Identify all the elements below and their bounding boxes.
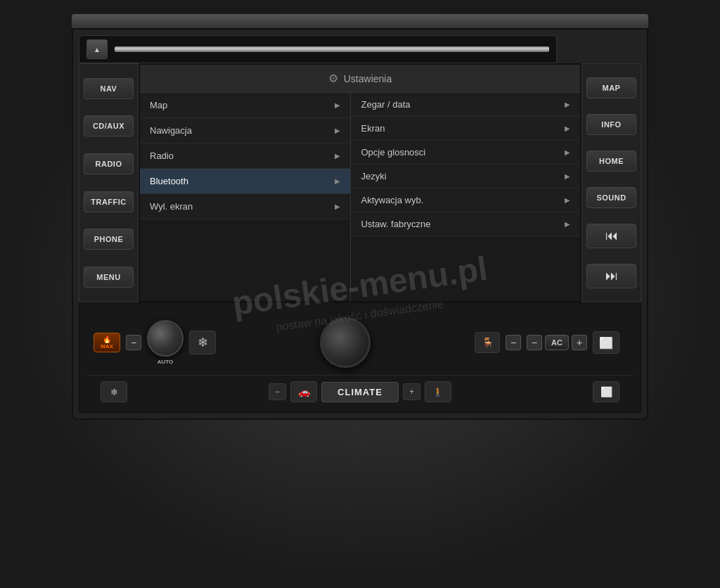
screen-title: ⚙ Ustawienia — [140, 72, 580, 85]
menu-item-jezyki[interactable]: Jezyki ▶ — [351, 165, 580, 188]
fan-bottom-icon[interactable]: ❄ — [101, 381, 127, 402]
menu-item-radio[interactable]: Radio ▶ — [140, 143, 350, 169]
settings-icon: ⚙ — [328, 72, 338, 85]
menu-item-bluetooth-label: Bluetooth — [150, 176, 188, 186]
menu-item-ustaw-label: Ustaw. fabryczne — [361, 219, 430, 229]
menu-item-ustaw-fabryczne[interactable]: Ustaw. fabryczne ▶ — [351, 212, 580, 236]
plus-center-button[interactable]: + — [403, 383, 420, 400]
rear-defrost-button[interactable]: ⬜ — [593, 331, 619, 354]
unit-body: ▲ NAV CD/AUX RADIO TRAFFIC PHONE MENU ⚙ … — [72, 28, 648, 420]
car-vent-icon[interactable]: 🚗 — [290, 381, 317, 402]
traffic-button[interactable]: TRAFFIC — [84, 191, 134, 212]
seat-heat-right-button[interactable]: 🪑 — [475, 332, 500, 353]
menu-arrow-radio: ▶ — [335, 152, 340, 160]
windshield-icon[interactable]: ⬜ — [593, 381, 619, 402]
menu-arrow-opcje: ▶ — [565, 148, 570, 156]
menu-item-map[interactable]: Map ▶ — [140, 93, 350, 118]
cdaux-button[interactable]: CD/AUX — [84, 115, 134, 136]
minus-center-button[interactable]: − — [269, 383, 286, 400]
right-button-panel: MAP INFO HOME SOUND ⏮ ⏭ — [581, 63, 641, 302]
radio-button[interactable]: RADIO — [84, 153, 134, 174]
menu-item-aktywacja[interactable]: Aktywacja wyb. ▶ — [351, 188, 580, 212]
menu-arrow-ekran: ▶ — [565, 124, 570, 132]
menu-arrow-jezyki: ▶ — [565, 172, 570, 180]
ac-minus-button[interactable]: − — [527, 335, 542, 350]
temp-minus-right-button[interactable]: − — [506, 335, 521, 350]
ac-plus-button[interactable]: + — [572, 335, 587, 350]
map-button[interactable]: MAP — [586, 77, 636, 98]
heat-max-group: 🔥 MAX — [94, 333, 120, 352]
left-button-panel: NAV CD/AUX RADIO TRAFFIC PHONE MENU — [79, 63, 139, 302]
menu-item-wyl-ekran-label: Wyl. ekran — [150, 201, 193, 212]
menu-content: Map ▶ Nawigacja ▶ Radio ▶ Bluetooth — [140, 93, 580, 301]
menu-button[interactable]: MENU — [84, 267, 134, 288]
info-button[interactable]: INFO — [586, 114, 636, 135]
menu-item-opcje-glosnosci[interactable]: Opcje glosnosci ▶ — [351, 141, 580, 165]
menu-item-wyl-ekran[interactable]: Wyl. ekran ▶ — [140, 194, 350, 219]
person-vent-icon[interactable]: 🚶 — [425, 381, 451, 402]
screen-header: ⚙ Ustawienia — [140, 65, 580, 93]
auto-label: AUTO — [158, 359, 174, 365]
menu-arrow-nawigacja: ▶ — [335, 127, 340, 134]
menu-item-radio-label: Radio — [150, 151, 174, 161]
auto-knob-group: AUTO — [147, 320, 184, 365]
auto-knob[interactable] — [147, 320, 184, 357]
menu-item-ekran[interactable]: Ekran ▶ — [351, 117, 580, 141]
fan-icon-button[interactable]: ❄ — [189, 331, 216, 354]
menu-item-zegar-label: Zegar / data — [361, 99, 410, 110]
menu-arrow-map: ▶ — [335, 101, 340, 109]
phone-button[interactable]: PHONE — [84, 229, 134, 250]
sound-button[interactable]: SOUND — [586, 187, 636, 208]
right-temp-controls: − AC + — [527, 335, 587, 350]
climate-controls-top: 🔥 MAX − AUTO ❄ — [86, 314, 634, 375]
menu-item-bluetooth[interactable]: Bluetooth ▶ — [140, 169, 350, 194]
right-knob-ac-group: − AC + — [527, 335, 587, 350]
left-climate-group: 🔥 MAX − AUTO ❄ — [94, 320, 216, 365]
menu-left-panel: Map ▶ Nawigacja ▶ Radio ▶ Bluetooth — [140, 93, 351, 301]
climate-button[interactable]: CLIMATE — [321, 382, 399, 402]
menu-arrow-zegar: ▶ — [565, 101, 570, 108]
climate-bottom-row: ❄ − 🚗 CLIMATE + 🚶 ⬜ — [86, 375, 634, 405]
menu-right-panel: Zegar / data ▶ Ekran ▶ Opcje glosnosci ▶ — [351, 93, 580, 301]
top-bezel — [72, 14, 648, 28]
temp-minus-left-button[interactable]: − — [126, 335, 141, 350]
settings-title: Ustawienia — [344, 73, 392, 84]
climate-panel: 🔥 MAX − AUTO ❄ — [79, 302, 641, 413]
menu-item-nawigacja-label: Nawigacja — [150, 125, 192, 136]
climate-bottom-center: − 🚗 CLIMATE + 🚶 — [269, 381, 451, 402]
eject-button[interactable]: ▲ — [86, 39, 108, 59]
cd-slot-area: ▲ — [79, 35, 557, 63]
nav-button[interactable]: NAV — [84, 78, 134, 99]
screen-section: NAV CD/AUX RADIO TRAFFIC PHONE MENU ⚙ Us… — [79, 63, 641, 302]
ac-button[interactable]: AC — [545, 335, 569, 350]
prev-track-button[interactable]: ⏮ — [586, 224, 636, 248]
max-label: MAX — [101, 343, 113, 350]
center-knob[interactable] — [320, 317, 371, 368]
menu-item-jezyki-label: Jezyki — [361, 171, 386, 181]
menu-item-opcje-label: Opcje glosnosci — [361, 147, 425, 158]
menu-arrow-aktywacja: ▶ — [565, 196, 570, 204]
main-screen: ⚙ Ustawienia Map ▶ Nawigacja ▶ — [139, 63, 581, 302]
right-climate-group: 🪑 − − AC + ⬜ — [475, 331, 619, 354]
menu-item-nawigacja[interactable]: Nawigacja ▶ — [140, 118, 350, 143]
center-volume-knob-group — [320, 317, 371, 368]
menu-arrow-bluetooth: ▶ — [335, 177, 340, 185]
heat-max-button[interactable]: 🔥 MAX — [94, 333, 120, 352]
cd-slot — [115, 46, 549, 52]
car-panel: ▲ NAV CD/AUX RADIO TRAFFIC PHONE MENU ⚙ … — [0, 0, 720, 588]
menu-item-zegar[interactable]: Zegar / data ▶ — [351, 93, 580, 117]
menu-arrow-ustaw: ▶ — [565, 220, 570, 228]
menu-item-map-label: Map — [150, 100, 167, 110]
home-button[interactable]: HOME — [586, 151, 636, 172]
menu-arrow-wyl-ekran: ▶ — [335, 203, 340, 210]
next-track-button[interactable]: ⏭ — [586, 264, 636, 288]
menu-item-aktywacja-label: Aktywacja wyb. — [361, 195, 423, 205]
menu-item-ekran-label: Ekran — [361, 123, 385, 134]
